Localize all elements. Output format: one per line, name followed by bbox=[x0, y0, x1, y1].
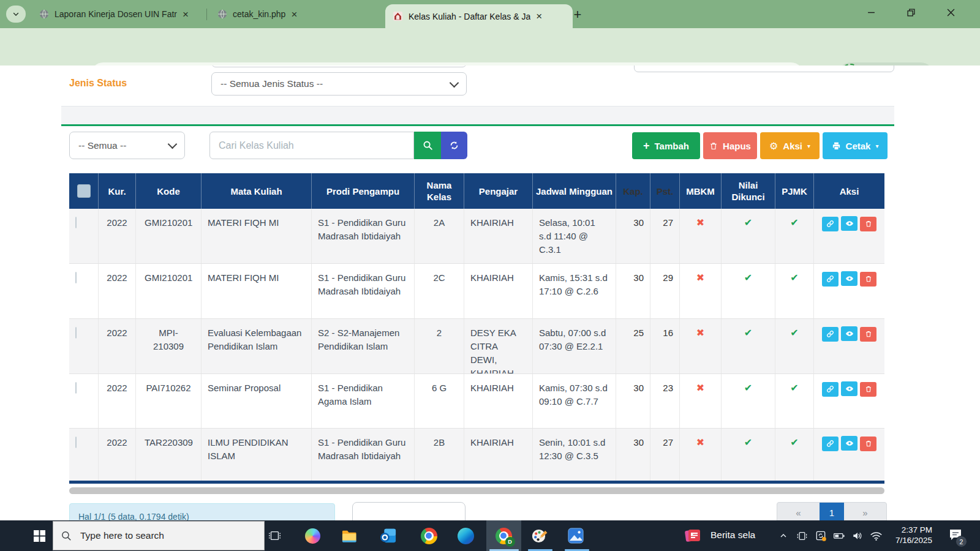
clock[interactable]: 2:37 PM 7/16/2025 bbox=[882, 525, 932, 545]
view-action-button[interactable] bbox=[841, 326, 858, 341]
paint-button[interactable] bbox=[526, 520, 552, 551]
edge-button[interactable] bbox=[452, 520, 479, 551]
new-tab-button[interactable]: + bbox=[570, 7, 586, 23]
tab-cetak-kin[interactable]: cetak_kin.php × bbox=[211, 0, 390, 28]
cutoff-select-right[interactable] bbox=[634, 66, 894, 72]
nilai-check-icon: ✔ bbox=[744, 272, 752, 283]
windows-logo-icon bbox=[34, 530, 45, 542]
chevron-down-icon bbox=[168, 140, 178, 149]
jenis-status-select[interactable]: -- Semua Jenis Status -- bbox=[211, 72, 467, 96]
horizontal-scrollbar[interactable] bbox=[69, 487, 884, 494]
row-checkbox[interactable] bbox=[75, 272, 77, 283]
file-explorer-button[interactable] bbox=[337, 520, 361, 551]
delete-action-button[interactable] bbox=[860, 327, 876, 342]
pagination-next[interactable]: » bbox=[844, 503, 886, 520]
photos-button[interactable] bbox=[562, 520, 589, 551]
close-icon bbox=[947, 9, 955, 17]
link-action-button[interactable] bbox=[822, 327, 839, 342]
cell-prodi: S1 - Pendidikan Guru Madrasah Ibtidaiyah bbox=[312, 429, 415, 483]
row-checkbox[interactable] bbox=[75, 382, 77, 394]
row-checkbox[interactable] bbox=[75, 217, 77, 228]
outlook-button[interactable] bbox=[375, 520, 402, 551]
refresh-button[interactable] bbox=[441, 132, 467, 159]
view-action-button[interactable] bbox=[841, 381, 858, 396]
news-label[interactable]: Berita sela bbox=[710, 530, 755, 541]
link-action-button[interactable] bbox=[822, 437, 839, 451]
cell-jadwal: Kamis, 15:31 s.d 17:10 @ C.2.6 bbox=[533, 264, 616, 318]
clock-time: 2:37 PM bbox=[882, 525, 932, 535]
trash-icon bbox=[865, 385, 872, 393]
delete-action-button[interactable] bbox=[860, 217, 876, 231]
header-kur: Kur. bbox=[99, 173, 136, 209]
row-checkbox[interactable] bbox=[75, 327, 77, 339]
link-icon bbox=[826, 330, 834, 338]
pagination-page-1[interactable]: 1 bbox=[820, 503, 844, 520]
header-prodi-pengampu: Prodi Pengampu bbox=[312, 173, 415, 209]
chrome-button[interactable] bbox=[415, 520, 442, 551]
eye-icon bbox=[845, 219, 854, 228]
news-widget-button[interactable] bbox=[679, 520, 707, 551]
cell-kode: GMI210201 bbox=[136, 209, 202, 263]
link-action-button[interactable] bbox=[822, 217, 839, 231]
cell-mata-kuliah: MATERI FIQH MI bbox=[202, 209, 312, 263]
view-action-button[interactable] bbox=[841, 216, 858, 231]
tray-volume-button[interactable] bbox=[848, 520, 867, 551]
tab-divider bbox=[206, 9, 207, 20]
pjmk-check-icon: ✔ bbox=[790, 328, 798, 338]
tray-sync-button[interactable] bbox=[811, 520, 831, 551]
window-close-button[interactable] bbox=[937, 0, 965, 24]
minimize-icon bbox=[867, 9, 875, 17]
window-restore-button[interactable] bbox=[897, 0, 925, 24]
search-button[interactable] bbox=[414, 132, 441, 159]
chevron-up-icon bbox=[778, 531, 788, 541]
cell-kode: GMI210201 bbox=[136, 264, 202, 318]
cell-kode: MPI-210309 bbox=[136, 319, 202, 373]
delete-action-button[interactable] bbox=[860, 272, 876, 287]
taskbar-search[interactable]: Type here to search bbox=[53, 521, 265, 550]
pagination-prev[interactable]: « bbox=[777, 503, 820, 520]
row-checkbox[interactable] bbox=[75, 437, 77, 448]
chrome-profile-button-active[interactable]: D bbox=[488, 520, 519, 551]
notification-center-button[interactable]: 2 bbox=[942, 520, 969, 551]
delete-action-button[interactable] bbox=[860, 382, 876, 397]
hapus-button[interactable]: Hapus bbox=[703, 132, 757, 159]
tab-close-icon[interactable]: × bbox=[536, 11, 542, 21]
tab-title: Kelas Kuliah - Daftar Kelas & Ja bbox=[409, 12, 530, 21]
view-action-button[interactable] bbox=[841, 271, 858, 286]
aksi-button[interactable]: ⚙ Aksi ▾ bbox=[760, 132, 820, 159]
view-action-button[interactable] bbox=[841, 436, 858, 451]
header-checkbox-cell bbox=[69, 173, 99, 209]
cell-kur: 2022 bbox=[99, 264, 136, 318]
tray-expand-button[interactable] bbox=[773, 520, 794, 551]
start-button[interactable] bbox=[27, 520, 51, 551]
trash-icon bbox=[865, 275, 872, 283]
tab-close-icon[interactable]: × bbox=[183, 9, 189, 20]
tray-battery-button[interactable] bbox=[829, 520, 849, 551]
delete-action-button[interactable] bbox=[860, 437, 876, 451]
trash-icon bbox=[709, 141, 718, 151]
tray-cast-button[interactable] bbox=[793, 520, 811, 551]
tab-laporan-kinerja[interactable]: Laporan Kinerja Dosen UIN Fatr × bbox=[33, 0, 216, 28]
cell-pengajar: KHAIRIAH bbox=[464, 209, 533, 263]
tambah-button[interactable]: + Tambah bbox=[632, 132, 700, 159]
trash-icon bbox=[865, 440, 872, 448]
task-view-button[interactable] bbox=[262, 520, 287, 551]
window-minimize-button[interactable] bbox=[857, 0, 885, 24]
task-view-icon bbox=[268, 529, 281, 542]
link-action-button[interactable] bbox=[822, 272, 839, 287]
cutoff-select-left[interactable] bbox=[211, 66, 467, 67]
paint-icon bbox=[531, 528, 548, 544]
cetak-button[interactable]: Cetak ▾ bbox=[823, 132, 888, 159]
copilot-button[interactable] bbox=[300, 520, 325, 551]
cell-kelas: 2C bbox=[415, 264, 464, 318]
link-action-button[interactable] bbox=[822, 382, 839, 397]
tab-close-icon[interactable]: × bbox=[291, 9, 297, 20]
cell-pengajar: KHAIRIAH bbox=[464, 264, 533, 318]
tab-search-button[interactable] bbox=[6, 6, 26, 23]
search-input[interactable] bbox=[209, 132, 414, 159]
search-icon bbox=[423, 140, 433, 151]
per-page-select[interactable] bbox=[352, 502, 466, 520]
tab-kelas-kuliah-active[interactable]: Kelas Kuliah - Daftar Kelas & Ja × bbox=[385, 4, 573, 28]
select-all-checkbox[interactable] bbox=[77, 184, 91, 198]
scope-select[interactable]: -- Semua -- bbox=[69, 132, 185, 159]
